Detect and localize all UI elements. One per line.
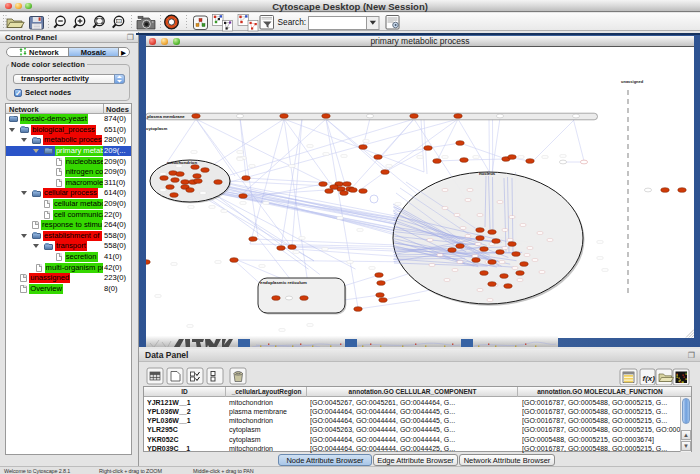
svg-text:plasma membrane: plasma membrane [147, 114, 185, 119]
svg-text:nucleus: nucleus [479, 171, 496, 176]
svg-text:mitochondrion: mitochondrion [167, 160, 197, 165]
svg-text:endoplasmic reticulum: endoplasmic reticulum [260, 280, 307, 285]
svg-text:unassigned: unassigned [621, 79, 644, 84]
svg-text:cytoplasm: cytoplasm [146, 126, 167, 131]
svg-text:1:1: 1:1 [117, 19, 121, 23]
svg-text:f(x): f(x) [643, 374, 656, 383]
svg-text:Search:: Search: [278, 17, 307, 27]
